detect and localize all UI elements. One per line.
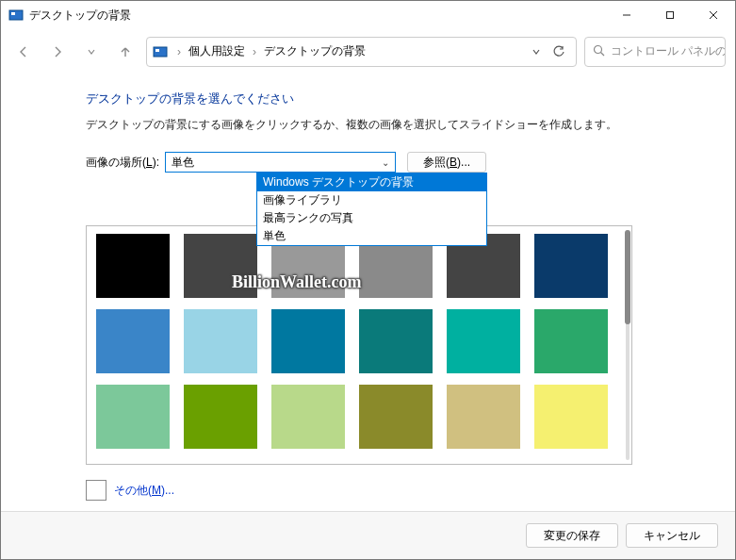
app-icon — [8, 8, 24, 23]
refresh-button[interactable] — [548, 41, 570, 63]
location-row: 画像の場所(L): 単色 ⌄ 参照(B)... Windows デスクトップの背… — [86, 152, 716, 173]
button-bar: 変更の保存 キャンセル — [1, 511, 735, 559]
svg-rect-3 — [667, 12, 674, 19]
browse-button[interactable]: 参照(B)... — [407, 152, 486, 173]
dropdown-item-picture-library[interactable]: 画像ライブラリ — [257, 191, 486, 209]
location-combobox[interactable]: 単色 ⌄ — [165, 152, 396, 173]
combobox-value: 単色 — [172, 155, 194, 171]
color-swatch[interactable] — [96, 234, 170, 298]
breadcrumb[interactable]: › 個人用設定 › デスクトップの背景 — [146, 37, 577, 67]
save-button[interactable]: 変更の保存 — [526, 523, 618, 548]
color-swatch[interactable] — [184, 309, 257, 373]
svg-rect-7 — [155, 49, 159, 52]
color-swatch[interactable] — [534, 309, 608, 373]
search-placeholder: コントロール パネルの... — [611, 43, 726, 59]
window: デスクトップの背景 › 個人用設定 › デスクトップの背景 コントロール パネル… — [0, 0, 736, 560]
search-icon — [593, 44, 605, 59]
breadcrumb-item-personalization[interactable]: 個人用設定 — [187, 43, 247, 59]
color-swatch[interactable] — [184, 234, 257, 298]
scrollbar-thumb[interactable] — [625, 230, 630, 324]
cancel-button[interactable]: キャンセル — [626, 523, 718, 548]
other-color-link[interactable]: その他(M)... — [114, 483, 174, 499]
close-button[interactable] — [692, 1, 735, 29]
content-area: デスクトップの背景を選んでください デスクトップの背景にする画像をクリックするか… — [1, 74, 735, 511]
svg-rect-1 — [11, 12, 15, 15]
dropdown-item-solid-color[interactable]: 単色 — [257, 227, 486, 245]
forward-button[interactable] — [44, 39, 71, 65]
breadcrumb-dropdown-button[interactable] — [525, 41, 548, 63]
color-grid — [96, 234, 622, 449]
page-title: デスクトップの背景を選んでください — [86, 91, 716, 107]
back-button[interactable] — [10, 39, 37, 65]
color-swatch[interactable] — [184, 385, 257, 449]
color-swatch[interactable] — [534, 234, 608, 298]
svg-line-9 — [601, 52, 605, 56]
page-subtitle: デスクトップの背景にする画像をクリックするか、複数の画像を選択してスライドショー… — [86, 117, 716, 133]
dropdown-item-windows-bg[interactable]: Windows デスクトップの背景 — [257, 173, 486, 191]
color-swatch[interactable] — [271, 309, 345, 373]
navbar: › 個人用設定 › デスクトップの背景 コントロール パネルの... — [1, 29, 735, 74]
other-color-swatch[interactable] — [86, 480, 106, 501]
location-dropdown-list: Windows デスクトップの背景 画像ライブラリ 最高ランクの写真 単色 — [256, 173, 487, 246]
chevron-right-icon: › — [247, 45, 262, 58]
color-swatch[interactable] — [96, 309, 170, 373]
dropdown-item-top-rated[interactable]: 最高ランクの写真 — [257, 209, 486, 227]
color-swatch[interactable] — [359, 385, 433, 449]
color-swatch[interactable] — [359, 309, 433, 373]
other-color-row: その他(M)... — [86, 480, 716, 501]
recent-dropdown[interactable] — [78, 39, 105, 65]
breadcrumb-item-desktop-bg[interactable]: デスクトップの背景 — [262, 43, 368, 59]
chevron-right-icon: › — [172, 45, 187, 58]
maximize-button[interactable] — [648, 1, 692, 29]
location-label: 画像の場所(L): — [86, 155, 159, 171]
color-swatch[interactable] — [534, 385, 608, 449]
color-swatch[interactable] — [96, 385, 170, 449]
search-input[interactable]: コントロール パネルの... — [584, 37, 726, 67]
color-swatch[interactable] — [271, 385, 345, 449]
chevron-down-icon: ⌄ — [382, 157, 389, 168]
titlebar-buttons — [605, 1, 735, 29]
titlebar: デスクトップの背景 — [1, 1, 735, 29]
color-swatch[interactable] — [447, 385, 520, 449]
color-swatch[interactable] — [447, 309, 520, 373]
minimize-button[interactable] — [605, 1, 648, 29]
breadcrumb-icon — [153, 44, 168, 59]
color-grid-area — [86, 225, 632, 465]
window-title: デスクトップの背景 — [29, 8, 605, 24]
svg-point-8 — [595, 45, 602, 53]
up-button[interactable] — [112, 39, 139, 65]
